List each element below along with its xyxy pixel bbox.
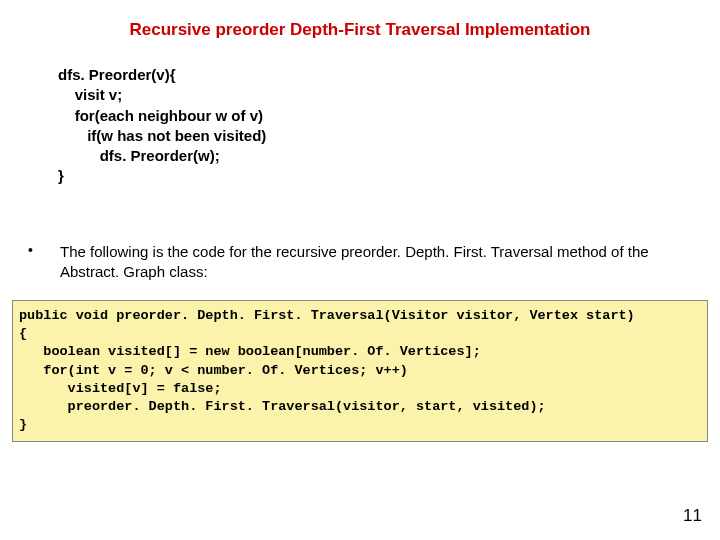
bullet-text: The following is the code for the recurs…	[60, 242, 696, 283]
slide-title: Recursive preorder Depth-First Traversal…	[0, 0, 720, 65]
bullet-marker: •	[28, 242, 60, 283]
bullet-item: • The following is the code for the recu…	[28, 242, 696, 283]
pseudocode-block: dfs. Preorder(v){ visit v; for(each neig…	[58, 65, 720, 187]
page-number: 11	[683, 506, 702, 526]
code-block: public void preorder. Depth. First. Trav…	[12, 300, 708, 442]
